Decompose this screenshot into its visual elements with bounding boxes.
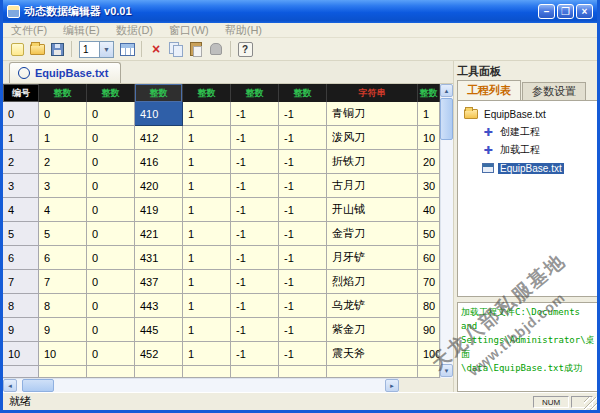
table-cell[interactable]: -1 (279, 198, 327, 222)
table-cell[interactable]: -1 (279, 294, 327, 318)
row-header[interactable]: 1 (3, 126, 39, 150)
table-cell[interactable]: 40 (418, 198, 440, 222)
table-cell[interactable]: 0 (87, 174, 135, 198)
table-cell[interactable]: 30 (418, 174, 440, 198)
delete-button[interactable]: × (147, 40, 165, 58)
stamp-button[interactable] (207, 40, 225, 58)
table-cell[interactable]: -1 (279, 270, 327, 294)
maximize-button[interactable]: ❐ (557, 4, 574, 19)
table-cell[interactable]: -1 (231, 198, 279, 222)
table-cell[interactable]: 4 (39, 198, 87, 222)
help-button[interactable]: ? (236, 40, 254, 58)
table-cell[interactable]: -1 (279, 174, 327, 198)
table-cell[interactable]: -1 (279, 102, 327, 126)
table-cell[interactable]: 10 (39, 342, 87, 366)
row-header[interactable]: 9 (3, 318, 39, 342)
log-scrollbar-thumb[interactable] (597, 333, 600, 359)
menu-item[interactable]: 窗口(W) (161, 23, 217, 38)
row-header[interactable]: 5 (3, 222, 39, 246)
row-header[interactable]: 10 (3, 342, 39, 366)
table-cell[interactable]: 0 (87, 342, 135, 366)
scroll-right-icon[interactable]: ► (385, 379, 399, 392)
table-cell[interactable]: 1 (183, 102, 231, 126)
table-button[interactable] (118, 40, 136, 58)
table-cell[interactable]: 100 (418, 342, 440, 366)
table-cell[interactable]: 3 (39, 174, 87, 198)
table-cell[interactable]: -1 (231, 126, 279, 150)
table-cell[interactable]: 开山钺 (327, 198, 418, 222)
table-cell[interactable]: 5 (39, 222, 87, 246)
column-header[interactable]: 整数 (279, 84, 327, 102)
table-cell[interactable]: 0 (87, 222, 135, 246)
table-cell[interactable]: -1 (231, 174, 279, 198)
row-header[interactable]: 8 (3, 294, 39, 318)
menu-item[interactable]: 数据(D) (108, 23, 161, 38)
open-file-button[interactable] (28, 40, 46, 58)
table-cell[interactable]: 6 (39, 246, 87, 270)
column-header[interactable]: 整数 (39, 84, 87, 102)
table-cell[interactable]: 50 (418, 222, 440, 246)
tree-item[interactable]: ✚创建工程 (460, 123, 600, 141)
table-cell[interactable]: 10 (418, 126, 440, 150)
tree-item[interactable]: EquipBase.txt (460, 105, 600, 123)
table-cell[interactable]: 7 (39, 270, 87, 294)
tab-param-settings[interactable]: 参数设置 (522, 82, 586, 100)
table-cell[interactable]: 452 (135, 342, 183, 366)
table-cell[interactable]: 443 (135, 294, 183, 318)
horizontal-scrollbar-thumb[interactable] (22, 379, 54, 392)
table-cell[interactable]: -1 (231, 222, 279, 246)
close-button[interactable]: × (576, 4, 593, 19)
table-cell[interactable]: 0 (87, 102, 135, 126)
column-header[interactable]: 整数 (231, 84, 279, 102)
minimize-button[interactable]: – (538, 4, 555, 19)
table-cell[interactable]: -1 (231, 150, 279, 174)
table-cell[interactable]: 70 (418, 270, 440, 294)
column-header[interactable]: 整数 (87, 84, 135, 102)
table-cell[interactable]: 月牙铲 (327, 246, 418, 270)
table-cell[interactable]: 青铜刀 (327, 102, 418, 126)
table-cell[interactable]: 431 (135, 246, 183, 270)
column-header-rownum[interactable]: 编号 (3, 84, 39, 102)
tree-item[interactable]: EquipBase.txt (460, 159, 600, 177)
row-header[interactable]: 4 (3, 198, 39, 222)
table-cell[interactable]: -1 (279, 150, 327, 174)
table-cell[interactable]: -1 (279, 126, 327, 150)
table-cell[interactable]: 8 (39, 294, 87, 318)
table-cell[interactable]: 421 (135, 222, 183, 246)
table-cell[interactable]: 古月刀 (327, 174, 418, 198)
scroll-left-icon[interactable]: ◄ (3, 379, 17, 392)
scroll-up-icon[interactable]: ▲ (440, 84, 453, 97)
tab-equipbase[interactable]: EquipBase.txt (9, 62, 121, 83)
table-cell[interactable]: 1 (183, 150, 231, 174)
table-cell[interactable]: 9 (39, 318, 87, 342)
table-cell[interactable]: 1 (183, 174, 231, 198)
table-cell[interactable]: 0 (87, 318, 135, 342)
table-cell[interactable]: 0 (87, 246, 135, 270)
table-cell[interactable]: 1 (183, 126, 231, 150)
table-cell[interactable]: 1 (183, 222, 231, 246)
table-cell[interactable]: -1 (279, 318, 327, 342)
row-header[interactable]: 7 (3, 270, 39, 294)
row-header[interactable]: 0 (3, 102, 39, 126)
new-file-button[interactable] (8, 40, 26, 58)
row-header[interactable]: 2 (3, 150, 39, 174)
table-cell[interactable]: 0 (87, 294, 135, 318)
resize-grip[interactable] (584, 397, 597, 410)
table-cell[interactable]: 416 (135, 150, 183, 174)
table-cell[interactable]: 1 (183, 198, 231, 222)
table-cell[interactable]: 0 (87, 270, 135, 294)
table-cell[interactable]: 0 (39, 102, 87, 126)
table-cell[interactable]: 419 (135, 198, 183, 222)
row-header[interactable]: 3 (3, 174, 39, 198)
table-cell[interactable]: 2 (39, 150, 87, 174)
table-cell[interactable]: 437 (135, 270, 183, 294)
table-cell[interactable]: 1 (183, 294, 231, 318)
chevron-down-icon[interactable]: ▼ (99, 42, 113, 57)
table-cell[interactable]: 1 (183, 246, 231, 270)
save-button[interactable] (48, 40, 66, 58)
table-cell[interactable]: -1 (231, 246, 279, 270)
log-scrollbar[interactable] (597, 303, 600, 391)
table-cell[interactable]: -1 (279, 342, 327, 366)
table-cell[interactable]: 泼风刀 (327, 126, 418, 150)
selected-cell[interactable]: 410 (135, 102, 183, 126)
